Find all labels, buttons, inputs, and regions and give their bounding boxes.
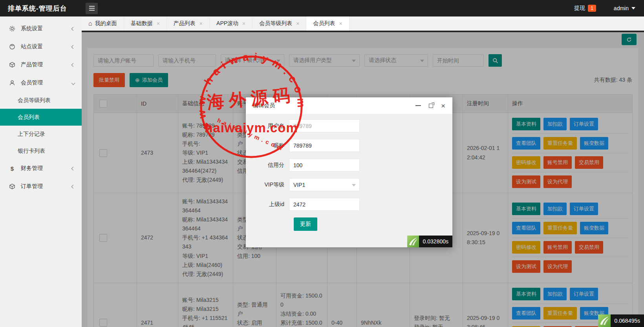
modal-title: 编辑会员 — [253, 102, 275, 109]
topbar-right: 提现 1 admin — [574, 5, 644, 12]
chevron-down-icon — [352, 184, 356, 186]
tab-label: APP滚动 — [216, 20, 238, 27]
modal-trace-badge: 0.032800s — [407, 236, 452, 247]
sidebar-item-member-management[interactable]: 会员管理 — [0, 74, 82, 92]
field-value: VIP1 — [293, 182, 305, 188]
credit-label: 信用分 — [246, 162, 289, 169]
update-button[interactable]: 更新 — [294, 217, 317, 231]
close-icon[interactable]: × — [441, 102, 445, 110]
username-field[interactable]: 789789 — [289, 119, 360, 132]
tab-my-desktop[interactable]: ⌂我的桌面 — [82, 16, 124, 31]
thinkphp-trace-icon[interactable] — [407, 236, 419, 247]
sidebar-item-finance-management[interactable]: $财务管理 — [0, 159, 82, 177]
tab-member-level-list[interactable]: 会员等级列表× — [252, 16, 306, 31]
withdraw-label: 提现 — [574, 5, 585, 12]
sidebar-item-label: 会员管理 — [21, 79, 72, 86]
withdraw-link[interactable]: 提现 1 — [574, 5, 596, 12]
chevron-left-icon — [71, 45, 75, 49]
credit-field[interactable]: 100 — [289, 159, 360, 172]
edit-member-modal: 编辑会员 × 用户名789789昵称789789信用分100VIP等级VIP1上… — [246, 97, 452, 247]
chevron-left-icon — [71, 63, 75, 67]
gear-icon — [9, 25, 16, 32]
nickname-label: 昵称 — [246, 142, 289, 149]
tab-label: 基础数据 — [131, 20, 153, 27]
modal-field-row: 上级id2472 — [246, 198, 452, 211]
modal-field-row: 信用分100 — [246, 159, 452, 172]
field-value: 100 — [293, 162, 302, 168]
tab-member-list[interactable]: 会员列表× — [306, 16, 349, 31]
modal-field-row: 用户名789789 — [246, 119, 452, 132]
sidebar-item-bank-card-list[interactable]: 银行卡列表 — [0, 142, 82, 159]
modal-controls: × — [415, 102, 445, 110]
page-trace-time: 0.068495s — [611, 314, 644, 327]
topbar: 排单系统-管理后台 提现 1 admin — [0, 0, 644, 16]
tabbar: ⌂我的桌面基础数据×产品列表×APP滚动×会员等级列表×会员列表× — [82, 16, 644, 32]
tab-label: 会员列表 — [313, 20, 335, 27]
nickname-field[interactable]: 789789 — [289, 139, 360, 152]
cube-icon — [9, 61, 16, 68]
menu-toggle-button[interactable] — [86, 3, 98, 14]
vip-level-select[interactable]: VIP1 — [289, 178, 360, 191]
tab-label: 我的桌面 — [95, 20, 117, 27]
sidebar-item-updown-records[interactable]: 上下分记录 — [0, 126, 82, 142]
globe-icon — [9, 43, 16, 50]
sidebar-item-label: 订单管理 — [21, 183, 72, 190]
modal-body: 用户名789789昵称789789信用分100VIP等级VIP1上级id2472… — [246, 114, 452, 231]
vip-level-label: VIP等级 — [246, 181, 289, 188]
close-tab-icon[interactable]: × — [157, 20, 160, 27]
user-menu[interactable]: admin — [614, 5, 635, 11]
sidebar-item-site-settings[interactable]: 站点设置 — [0, 38, 82, 56]
hamburger-icon — [89, 8, 95, 9]
modal-field-row: 昵称789789 — [246, 139, 452, 152]
sidebar-item-label: 系统设置 — [21, 25, 72, 32]
field-value: 789789 — [293, 142, 312, 149]
tab-basic-data[interactable]: 基础数据× — [124, 16, 167, 31]
home-icon: ⌂ — [88, 20, 92, 27]
page-trace-badge: 0.068495s — [598, 314, 644, 327]
chevron-down-icon — [71, 81, 75, 85]
close-tab-icon[interactable]: × — [339, 20, 342, 27]
close-tab-icon[interactable]: × — [242, 20, 245, 27]
chevron-left-icon — [71, 27, 75, 31]
thinkphp-trace-icon[interactable] — [598, 314, 611, 327]
chevron-left-icon — [71, 185, 75, 188]
chevron-left-icon — [71, 166, 75, 170]
sidebar-item-label: 站点设置 — [21, 43, 72, 50]
sidebar-item-order-management[interactable]: 订单管理 — [0, 177, 82, 195]
app-title: 排单系统-管理后台 — [0, 4, 82, 13]
parent-id-field[interactable]: 2472 — [289, 198, 360, 211]
modal-header: 编辑会员 × — [246, 97, 452, 114]
sidebar-item-system-settings[interactable]: 系统设置 — [0, 20, 82, 38]
sidebar-item-label: 财务管理 — [21, 165, 72, 172]
tab-label: 产品列表 — [174, 20, 196, 27]
chevron-down-icon — [631, 7, 635, 9]
close-tab-icon[interactable]: × — [199, 20, 203, 27]
username-label: 用户名 — [246, 122, 289, 130]
field-value: 789789 — [293, 123, 312, 129]
maximize-icon[interactable] — [429, 104, 433, 108]
user-icon — [9, 79, 16, 86]
modal-field-row: VIP等级VIP1 — [246, 178, 452, 191]
sidebar-item-label: 产品管理 — [21, 61, 72, 68]
dollar-icon: $ — [9, 165, 16, 172]
minimize-icon[interactable] — [415, 105, 421, 106]
withdraw-badge: 1 — [588, 5, 596, 12]
parent-id-label: 上级id — [246, 201, 289, 208]
sidebar: 系统设置站点设置产品管理会员管理会员等级列表会员列表上下分记录银行卡列表$财务管… — [0, 16, 82, 327]
field-value: 2472 — [293, 201, 306, 208]
tab-product-list[interactable]: 产品列表× — [167, 16, 210, 31]
sidebar-item-member-level-list[interactable]: 会员等级列表 — [0, 92, 82, 109]
sidebar-item-member-list[interactable]: 会员列表 — [0, 109, 82, 126]
close-tab-icon[interactable]: × — [296, 20, 299, 27]
cube-icon — [9, 183, 16, 190]
tab-label: 会员等级列表 — [259, 20, 292, 27]
username: admin — [614, 5, 629, 11]
tab-app-scroll[interactable]: APP滚动× — [210, 16, 252, 31]
modal-trace-time: 0.032800s — [419, 236, 452, 247]
sidebar-item-product-management[interactable]: 产品管理 — [0, 56, 82, 74]
